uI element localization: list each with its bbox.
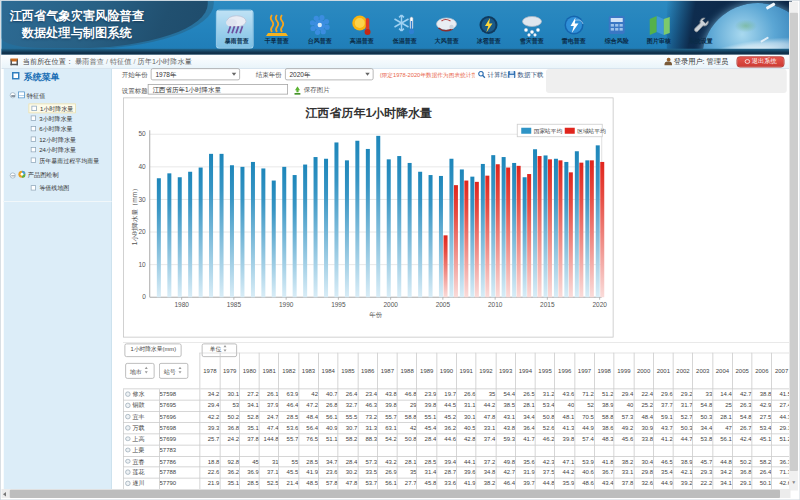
svg-text:1985: 1985 [226, 301, 241, 308]
svg-text:2010: 2010 [488, 301, 503, 308]
svg-text:20: 20 [138, 228, 146, 235]
svg-text:2020: 2020 [592, 301, 607, 308]
svg-text:2015: 2015 [540, 301, 555, 308]
svg-text:年份: 年份 [369, 311, 382, 319]
svg-text:2005: 2005 [435, 301, 450, 308]
svg-text:区域站平均: 区域站平均 [577, 129, 606, 136]
svg-text:1990: 1990 [279, 301, 294, 308]
svg-text:50: 50 [138, 131, 146, 138]
svg-text:1980: 1980 [174, 301, 189, 308]
svg-text:0: 0 [142, 294, 146, 301]
svg-text:1小时降水量（mm）: 1小时降水量（mm） [130, 186, 138, 246]
svg-text:江西省历年1小时降水量: 江西省历年1小时降水量 [304, 106, 432, 120]
svg-text:国家站平均: 国家站平均 [533, 129, 562, 136]
svg-text:1995: 1995 [331, 301, 346, 308]
svg-text:2000: 2000 [383, 301, 398, 308]
svg-text:10: 10 [138, 261, 146, 268]
svg-text:40: 40 [138, 163, 146, 170]
svg-text:30: 30 [138, 196, 146, 203]
